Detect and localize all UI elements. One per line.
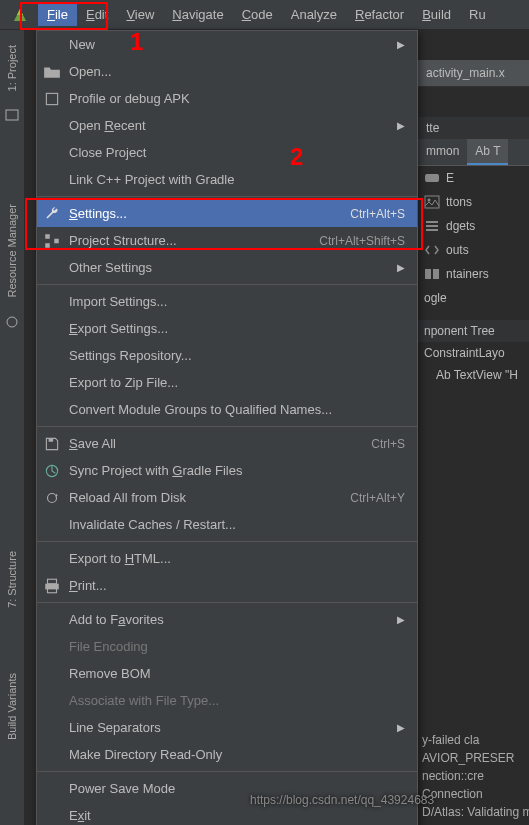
palette-item[interactable]: ttons <box>418 190 529 214</box>
resource-icon <box>4 314 20 330</box>
submenu-arrow-icon: ▶ <box>397 262 405 273</box>
print-icon <box>43 577 61 595</box>
menu-separator <box>37 196 417 197</box>
menu-separator <box>37 284 417 285</box>
shortcut-label: Ctrl+Alt+Y <box>350 491 405 505</box>
profile-icon <box>43 90 61 108</box>
menu-item-import-settings[interactable]: Import Settings... <box>37 288 417 315</box>
menu-item-other-settings[interactable]: Other Settings▶ <box>37 254 417 281</box>
console-output: y-failed cla AVIOR_PRESER nection::cre C… <box>418 727 529 825</box>
folder-open-icon <box>43 63 61 81</box>
menu-code[interactable]: Code <box>233 3 282 26</box>
editor-area: activity_main.x tte mmon Ab T E ttons dg… <box>418 30 529 825</box>
menu-item-remove-bom[interactable]: Remove BOM <box>37 660 417 687</box>
menu-edit[interactable]: Edit <box>77 3 117 26</box>
submenu-arrow-icon: ▶ <box>397 722 405 733</box>
menu-item-open-recent[interactable]: Open Recent▶ <box>37 112 417 139</box>
menu-item-new[interactable]: New▶ <box>37 31 417 58</box>
menu-item-project-structure[interactable]: Project Structure... Ctrl+Alt+Shift+S <box>37 227 417 254</box>
menu-file[interactable]: File <box>38 3 77 26</box>
code-icon <box>424 243 440 257</box>
menu-separator <box>37 426 417 427</box>
palette-tab-common[interactable]: mmon <box>418 139 467 165</box>
shortcut-label: Ctrl+Alt+S <box>350 207 405 221</box>
menu-separator <box>37 771 417 772</box>
sidebar-tab-structure[interactable]: 7: Structure <box>3 541 21 618</box>
watermark: https://blog.csdn.net/qq_43924683 <box>250 793 434 807</box>
menu-refactor[interactable]: Refactor <box>346 3 413 26</box>
menu-run[interactable]: Ru <box>460 3 495 26</box>
menu-view[interactable]: View <box>117 3 163 26</box>
gradle-sync-icon <box>43 462 61 480</box>
svg-rect-2 <box>6 110 18 120</box>
annotation-label-2: 2 <box>290 143 303 171</box>
tree-item-root[interactable]: ConstraintLayo <box>418 342 529 364</box>
tree-item-child[interactable]: Ab TextView "H <box>418 364 529 386</box>
android-studio-logo <box>10 7 30 23</box>
submenu-arrow-icon: ▶ <box>397 614 405 625</box>
svg-rect-10 <box>48 579 57 584</box>
svg-rect-6 <box>45 243 50 248</box>
sidebar-tab-build-variants[interactable]: Build Variants <box>3 663 21 750</box>
svg-rect-8 <box>49 438 54 441</box>
menu-item-export-settings[interactable]: Export Settings... <box>37 315 417 342</box>
component-tree-header: nponent Tree <box>418 320 529 342</box>
menu-item-settings[interactable]: Settings... Ctrl+Alt+S <box>37 200 417 227</box>
menu-item-export-html[interactable]: Export to HTML... <box>37 545 417 572</box>
reload-icon <box>43 489 61 507</box>
palette-header: tte <box>418 117 529 139</box>
menu-separator <box>37 541 417 542</box>
svg-rect-20 <box>433 269 439 279</box>
palette-tab-text[interactable]: Ab T <box>467 139 508 165</box>
menu-item-settings-repository[interactable]: Settings Repository... <box>37 342 417 369</box>
menu-item-make-readonly[interactable]: Make Directory Read-Only <box>37 741 417 768</box>
palette-item[interactable]: ogle <box>418 286 529 310</box>
menu-item-invalidate-caches[interactable]: Invalidate Caches / Restart... <box>37 511 417 538</box>
menu-item-sync-gradle[interactable]: Sync Project with Gradle Files <box>37 457 417 484</box>
save-all-icon <box>43 435 61 453</box>
menu-item-reload-disk[interactable]: Reload All from Disk Ctrl+Alt+Y <box>37 484 417 511</box>
svg-rect-13 <box>425 174 439 182</box>
image-icon <box>424 195 440 209</box>
menu-item-export-zip[interactable]: Export to Zip File... <box>37 369 417 396</box>
container-icon <box>424 267 440 281</box>
list-icon <box>424 219 440 233</box>
shortcut-label: Ctrl+S <box>371 437 405 451</box>
svg-rect-7 <box>54 238 59 243</box>
menu-item-open[interactable]: Open... <box>37 58 417 85</box>
menu-item-profile-apk[interactable]: Profile or debug APK <box>37 85 417 112</box>
tool-window-bar-left: 1: Project Resource Manager 7: Structure… <box>0 30 24 825</box>
palette-item[interactable]: ntainers <box>418 262 529 286</box>
submenu-arrow-icon: ▶ <box>397 120 405 131</box>
palette-item[interactable]: dgets <box>418 214 529 238</box>
project-icon <box>4 107 20 123</box>
menu-separator <box>37 602 417 603</box>
menu-item-print[interactable]: Print... <box>37 572 417 599</box>
editor-tab[interactable]: activity_main.x <box>418 60 529 87</box>
sidebar-tab-resource-manager[interactable]: Resource Manager <box>3 194 21 308</box>
submenu-arrow-icon: ▶ <box>397 39 405 50</box>
menu-item-link-cpp[interactable]: Link C++ Project with Gradle <box>37 166 417 193</box>
menu-build[interactable]: Build <box>413 3 460 26</box>
menu-item-associate-filetype: Associate with File Type... <box>37 687 417 714</box>
svg-point-15 <box>428 199 431 202</box>
shortcut-label: Ctrl+Alt+Shift+S <box>319 234 405 248</box>
menu-item-file-encoding: File Encoding <box>37 633 417 660</box>
wrench-icon <box>43 205 61 223</box>
structure-icon <box>43 232 61 250</box>
annotation-label-1: 1 <box>130 28 143 56</box>
svg-rect-5 <box>45 234 50 239</box>
sidebar-tab-project[interactable]: 1: Project <box>3 35 21 101</box>
palette-item[interactable]: E <box>418 166 529 190</box>
menu-item-line-separators[interactable]: Line Separators▶ <box>37 714 417 741</box>
menu-item-convert-groups[interactable]: Convert Module Groups to Qualified Names… <box>37 396 417 423</box>
menu-item-add-favorites[interactable]: Add to Favorites▶ <box>37 606 417 633</box>
menu-item-close-project[interactable]: Close Project <box>37 139 417 166</box>
menu-navigate[interactable]: Navigate <box>163 3 232 26</box>
menu-analyze[interactable]: Analyze <box>282 3 346 26</box>
menu-item-save-all[interactable]: Save All Ctrl+S <box>37 430 417 457</box>
svg-point-3 <box>7 317 17 327</box>
menubar: File Edit View Navigate Code Analyze Ref… <box>0 0 529 30</box>
palette-item[interactable]: outs <box>418 238 529 262</box>
button-icon <box>424 171 440 185</box>
